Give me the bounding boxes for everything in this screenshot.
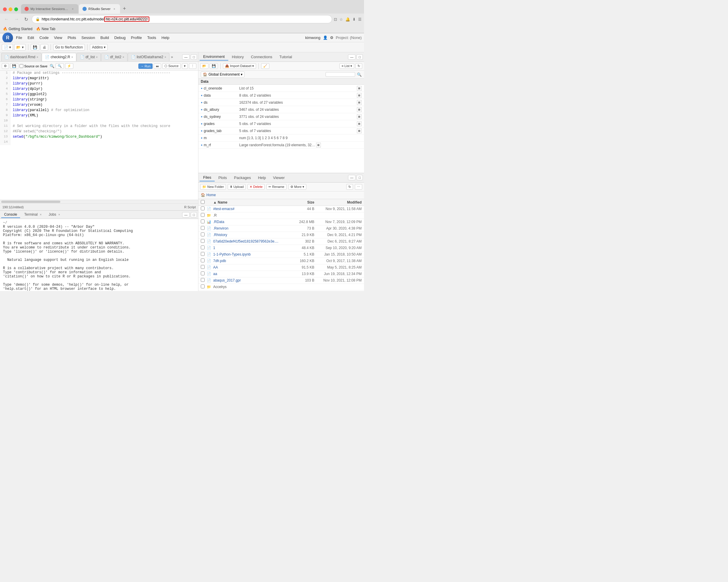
menu-session[interactable]: Session: [79, 34, 97, 41]
env-grid-ds-albury[interactable]: ⊞: [357, 107, 362, 112]
editor-tab-dashboard[interactable]: 📄 dashboard.Rmd ×: [1, 53, 42, 61]
bookmark-icon[interactable]: ☆: [339, 17, 343, 22]
file-row-rhistory[interactable]: 📄 .Rhistory 21.9 KB Dec 9, 2021, 4:21 PM: [199, 232, 364, 239]
menu-profile[interactable]: Profile: [129, 34, 144, 41]
refresh-btn[interactable]: ↻: [23, 16, 30, 23]
menu-icon[interactable]: ☰: [358, 17, 362, 22]
file-checkbox-abaqus[interactable]: [201, 278, 205, 282]
file-name-rdata[interactable]: .RData: [213, 220, 291, 224]
addins-btn[interactable]: Addins ▾: [90, 44, 108, 51]
tab-dflist2-close[interactable]: ×: [123, 56, 124, 59]
refresh-env-btn[interactable]: ↻: [356, 63, 362, 69]
settings-icon[interactable]: ⚙: [330, 35, 334, 40]
more-btn[interactable]: ⚙ More ▾: [288, 184, 306, 190]
file-row-accelrys[interactable]: 📁 Accelrys: [199, 284, 364, 290]
file-checkbox-rdata[interactable]: [201, 220, 205, 223]
env-grid-data[interactable]: ⊞: [357, 93, 362, 98]
run-btn[interactable]: → Run: [138, 63, 153, 69]
menu-tools[interactable]: Tools: [145, 34, 158, 41]
console-tab-jobs[interactable]: Jobs ×: [46, 212, 63, 218]
file-name-AA[interactable]: AA: [213, 265, 291, 270]
import-dataset-btn[interactable]: 📥 Import Dataset ▾: [223, 63, 256, 69]
tab-dflist-close[interactable]: ×: [96, 56, 98, 59]
reader-icon[interactable]: ⊡: [334, 17, 337, 22]
file-name-test-emacs[interactable]: #test-emacs#: [213, 207, 291, 211]
env-row-data[interactable]: ● data 8 obs. of 2 variables ⊞: [199, 92, 364, 99]
bookmark-getting-started[interactable]: 🔥 Getting Started: [3, 27, 32, 31]
menu-edit[interactable]: Edit: [25, 34, 36, 41]
env-search-input[interactable]: [326, 72, 355, 77]
menu-help[interactable]: Help: [159, 34, 172, 41]
editor-settings-btn[interactable]: ⚙: [2, 63, 9, 69]
file-name-1[interactable]: 1: [213, 246, 291, 250]
browser-tab-2[interactable]: RStudio Server ×: [79, 4, 120, 13]
back-btn[interactable]: ←: [2, 16, 11, 23]
env-grid-cl-onenode[interactable]: ⊞: [357, 86, 362, 91]
console-tab-console[interactable]: Console: [1, 212, 20, 218]
env-tab-tutorial[interactable]: Tutorial: [276, 53, 296, 60]
files-tab-help[interactable]: Help: [254, 174, 269, 181]
tab-listofdataframe2-close[interactable]: ×: [164, 56, 166, 59]
file-checkbox-pdb[interactable]: [201, 258, 205, 262]
new-folder-btn[interactable]: 📁 New Folder: [200, 184, 226, 190]
env-row-m-rf[interactable]: ● m_rf Large randomForest.formula (19 el…: [199, 141, 364, 148]
file-name-accelrys[interactable]: Accelrys: [213, 285, 291, 289]
file-name-hash[interactable]: 07a6d20edef41f5ed181925879562e3e....: [213, 239, 291, 244]
select-all-files-checkbox[interactable]: [201, 200, 205, 204]
menu-file[interactable]: File: [14, 34, 25, 41]
file-row-1[interactable]: 📄 1 48.4 KB Sep 10, 2020, 9:20 AM: [199, 245, 364, 251]
menu-debug[interactable]: Debug: [112, 34, 128, 41]
new-tab-button[interactable]: +: [121, 4, 129, 13]
maximize-editor-btn[interactable]: □: [191, 54, 197, 60]
editor-extra-btn[interactable]: ⋮: [189, 63, 196, 69]
file-checkbox-accelrys[interactable]: [201, 284, 205, 288]
env-grid-grades-tab[interactable]: ⊞: [357, 129, 362, 133]
env-grid-ds[interactable]: ⊞: [357, 100, 362, 105]
tab-overflow-btn[interactable]: »: [170, 53, 174, 60]
print-btn[interactable]: 🖨: [41, 44, 48, 51]
file-name-ipynb[interactable]: 1-1-Python-Types.ipynb: [213, 252, 291, 256]
file-name-pdb[interactable]: 7dfr.pdb: [213, 259, 291, 263]
env-row-grades[interactable]: ● grades 5 obs. of 7 variables ⊞: [199, 120, 364, 127]
delete-btn[interactable]: ✕ Delete: [248, 184, 265, 190]
file-row-aa[interactable]: 📄 aa 13.9 KB Jun 19, 2018, 12:34 PM: [199, 271, 364, 277]
editor-tab-dflist[interactable]: 📄 df_list ×: [77, 53, 101, 61]
menu-view[interactable]: View: [51, 34, 64, 41]
file-checkbox-r[interactable]: [201, 213, 205, 217]
rename-btn[interactable]: ✏ Rename: [266, 184, 287, 190]
maximize-console-btn[interactable]: □: [191, 212, 197, 217]
env-row-m[interactable]: ● m num [1:3, 1:3] 1 2 3 4 5 6 7 8 9: [199, 134, 364, 141]
env-tab-connections[interactable]: Connections: [247, 53, 276, 60]
forward-btn[interactable]: →: [12, 16, 21, 23]
minimize-console-btn[interactable]: —: [182, 212, 189, 217]
files-extra-btn[interactable]: ⋯: [355, 184, 362, 190]
console-tab-terminal[interactable]: Terminal ×: [21, 212, 45, 218]
env-row-grades-tab[interactable]: ● grades_tab 5 obs. of 7 variables ⊞: [199, 127, 364, 134]
source-on-save-label[interactable]: Source on Save: [20, 64, 47, 68]
file-row-abaqus[interactable]: 📄 abaqus_2017.gpr 103 B Nov 10, 2021, 12…: [199, 277, 364, 284]
files-tab-plots[interactable]: Plots: [215, 174, 230, 181]
tab-dashboard-close[interactable]: ×: [36, 56, 38, 59]
file-row-ipynb[interactable]: 📄 1-1-Python-Types.ipynb 5.1 KB Jan 15, …: [199, 251, 364, 258]
menu-plots[interactable]: Plots: [65, 34, 78, 41]
env-row-ds[interactable]: ● ds 162374 obs. of 27 variables ⊞: [199, 99, 364, 106]
home-path-label[interactable]: Home: [206, 193, 216, 197]
bookmark-new-tab[interactable]: 🔥 New Tab: [36, 27, 55, 31]
browser-tab-1[interactable]: My Interactive Sessions – Pitt ×: [21, 4, 78, 13]
code-editor[interactable]: 1 # Package and settings ---------------…: [0, 71, 198, 200]
file-checkbox-ipynb[interactable]: [201, 252, 205, 256]
address-bar[interactable]: 🔒 https://ondemand.htc.crc.pitt.edu/rnod…: [32, 15, 332, 23]
find-btn[interactable]: 🔍: [56, 63, 64, 69]
env-tab-environment[interactable]: Environment: [200, 53, 228, 61]
file-row-pdb[interactable]: 📄 7dfr.pdb 160.2 KB Oct 9, 2017, 11:38 A…: [199, 258, 364, 265]
new-file-btn[interactable]: 📄 ▾: [2, 44, 13, 51]
clean-env-btn[interactable]: 🧹: [261, 63, 269, 69]
files-tab-packages[interactable]: Packages: [230, 174, 254, 181]
minimize-editor-btn[interactable]: —: [182, 54, 189, 60]
window-minimize-btn[interactable]: [8, 7, 12, 11]
file-name-aa[interactable]: aa: [213, 272, 291, 276]
tab2-close-btn[interactable]: ×: [112, 7, 116, 11]
file-checkbox-test-emacs[interactable]: [201, 206, 205, 210]
env-load-btn[interactable]: 📂: [200, 63, 208, 69]
horizontal-scrollbar[interactable]: [0, 200, 198, 203]
